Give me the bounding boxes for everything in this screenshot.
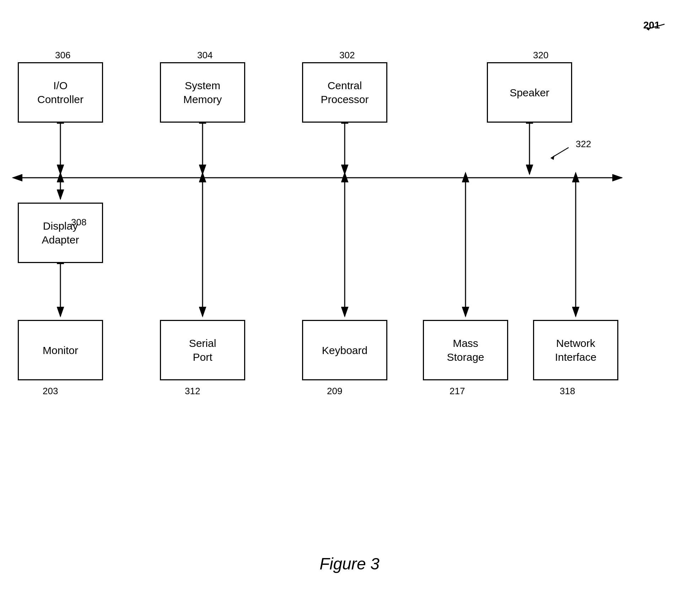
ref-209: 209 xyxy=(327,386,342,397)
io-controller-box: I/OController xyxy=(18,62,103,123)
figure-caption: Figure 3 xyxy=(319,554,380,573)
central-processor-box: CentralProcessor xyxy=(302,62,387,123)
ref-312: 312 xyxy=(185,386,200,397)
display-adapter-box: DisplayAdapter xyxy=(18,203,103,263)
ref-322: 322 xyxy=(576,139,591,150)
ref-203: 203 xyxy=(43,386,58,397)
svg-marker-18 xyxy=(551,155,554,160)
serial-port-box: SerialPort xyxy=(160,320,245,380)
svg-line-17 xyxy=(551,148,569,158)
ref-318: 318 xyxy=(560,386,575,397)
network-interface-box: NetworkInterface xyxy=(533,320,618,380)
keyboard-box: Keyboard xyxy=(302,320,387,380)
monitor-box: Monitor xyxy=(18,320,103,380)
system-memory-box: SystemMemory xyxy=(160,62,245,123)
patent-number: 201 xyxy=(643,20,660,31)
ref-302: 302 xyxy=(339,50,355,61)
speaker-box: Speaker xyxy=(487,62,572,123)
ref-320: 320 xyxy=(533,50,548,61)
mass-storage-box: MassStorage xyxy=(423,320,508,380)
ref-308: 308 xyxy=(71,217,86,228)
ref-217: 217 xyxy=(450,386,465,397)
ref-304: 304 xyxy=(197,50,213,61)
ref-306: 306 xyxy=(55,50,70,61)
diagram-container: 201 xyxy=(0,0,699,616)
